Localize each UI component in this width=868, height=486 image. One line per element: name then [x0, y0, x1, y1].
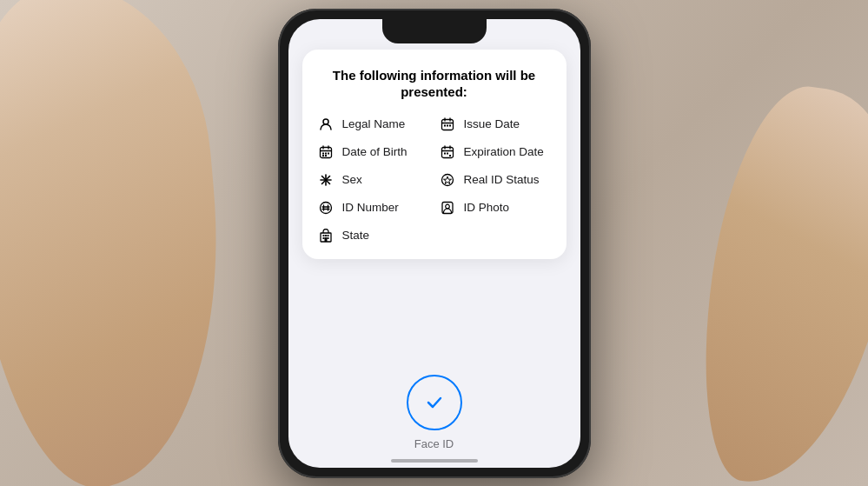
- svg-rect-16: [325, 155, 327, 156]
- star-icon: [438, 170, 457, 190]
- svg-rect-5: [444, 124, 446, 126]
- id-number-label: ID Number: [342, 201, 399, 214]
- svg-rect-23: [449, 155, 451, 156]
- person-icon: [316, 115, 335, 134]
- issue-date-label: Issue Date: [464, 117, 520, 130]
- svg-rect-21: [444, 152, 446, 154]
- list-item: Expiration Date: [438, 143, 553, 162]
- calendar3-icon: [438, 143, 457, 162]
- svg-rect-6: [447, 124, 448, 126]
- building-icon: [316, 226, 335, 245]
- finger-left: [0, 0, 239, 486]
- svg-rect-39: [325, 235, 327, 236]
- svg-rect-14: [328, 152, 329, 154]
- portrait-icon: [438, 198, 457, 217]
- hash-icon: [316, 198, 335, 217]
- faceid-circle[interactable]: [407, 375, 462, 430]
- date-of-birth-label: Date of Birth: [342, 145, 407, 158]
- svg-rect-40: [327, 235, 328, 236]
- face-id-section: Face ID: [288, 375, 580, 450]
- phone-wrapper: The following information will be presen…: [278, 9, 591, 478]
- legal-name-label: Legal Name: [342, 117, 406, 130]
- phone-screen: The following information will be presen…: [288, 19, 580, 468]
- state-label: State: [342, 229, 370, 242]
- list-item: State: [316, 226, 431, 245]
- finger-right: [685, 77, 868, 486]
- list-item: Issue Date: [438, 115, 553, 134]
- svg-point-0: [323, 119, 328, 124]
- expiration-date-label: Expiration Date: [464, 145, 544, 158]
- empty-slot: [438, 226, 553, 245]
- svg-point-30: [320, 202, 331, 213]
- svg-marker-29: [443, 176, 451, 184]
- svg-point-28: [441, 174, 453, 185]
- faceid-label: Face ID: [414, 437, 454, 450]
- svg-rect-7: [449, 124, 451, 126]
- list-item: ID Number: [316, 198, 431, 217]
- list-item: Legal Name: [316, 115, 431, 134]
- svg-rect-38: [322, 235, 324, 236]
- calendar2-icon: [316, 143, 335, 162]
- svg-rect-12: [322, 152, 324, 154]
- asterisk-icon: [316, 170, 335, 190]
- svg-rect-13: [325, 152, 327, 154]
- card-title: The following information will be presen…: [316, 67, 553, 101]
- svg-rect-41: [322, 237, 324, 239]
- phone-body: The following information will be presen…: [278, 9, 591, 478]
- id-photo-label: ID Photo: [464, 201, 510, 214]
- real-id-status-label: Real ID Status: [464, 173, 540, 186]
- home-indicator: [391, 459, 478, 463]
- checkmark-icon: [423, 391, 446, 414]
- phone-notch: [382, 19, 487, 43]
- list-item: Real ID Status: [438, 170, 553, 190]
- calendar-icon: [438, 115, 457, 134]
- svg-rect-22: [447, 152, 448, 154]
- sex-label: Sex: [342, 173, 362, 186]
- list-item: Sex: [316, 170, 431, 190]
- info-items-grid: Legal Name: [316, 115, 553, 245]
- svg-rect-43: [324, 237, 327, 242]
- list-item: Date of Birth: [316, 143, 431, 162]
- list-item: ID Photo: [438, 198, 553, 217]
- svg-rect-42: [327, 237, 328, 239]
- svg-rect-15: [322, 155, 324, 156]
- info-card: The following information will be presen…: [302, 50, 567, 259]
- svg-point-36: [445, 204, 449, 209]
